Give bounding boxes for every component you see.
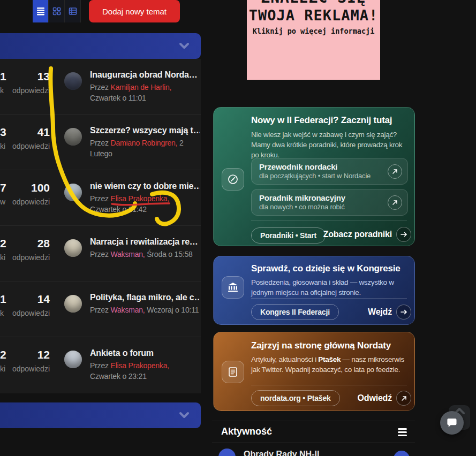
activity-section: Aktywność Obrady Rady NH-II [212, 421, 415, 443]
przez-label: Przez [90, 194, 109, 203]
guide-cta-label[interactable]: Zobacz poradniki [323, 230, 392, 239]
grid-view-icon [52, 7, 61, 16]
topic-author[interactable]: Elisa Prakopenka, [111, 361, 169, 370]
divider [251, 298, 407, 299]
replies-label: odpowiedzi [0, 309, 50, 317]
topic-meta: Przez Elisa Prakopenka, Czwartek o 23:21 [90, 360, 200, 382]
guide-item-title: Poradnik mikronacyjny [259, 193, 400, 202]
nordata-card: Zajrzyj na stronę główną Nordaty Artykuł… [213, 332, 415, 411]
ptasek-label: Ptašek [318, 355, 341, 363]
activity-badge[interactable] [394, 451, 410, 456]
arrow-ne-icon[interactable] [388, 195, 402, 210]
topic-row[interactable]: 2 ki 28 odpowiedzi Narracja i rewitaliza… [0, 226, 201, 282]
forum-page: { "toolbar": { "add_topic_label": "Dodaj… [0, 0, 476, 456]
chevron-down-icon[interactable] [178, 41, 190, 51]
topic-title[interactable]: Ankieta o forum [90, 348, 200, 358]
congress-card: Sprawdź, co dzieje się w Kongresie Posie… [213, 256, 415, 325]
congress-tag-pill[interactable]: Kongres II Federacji [251, 304, 339, 320]
topic-meta: Przez Waksman, Środa o 15:58 [90, 249, 200, 260]
topic-title[interactable]: Narracja i rewitalizacja re… [90, 237, 200, 247]
replies-count: 41 [0, 126, 50, 139]
avatar[interactable] [64, 239, 82, 257]
avatar[interactable] [64, 72, 82, 90]
congress-card-title: Sprawdź, co dzieje się w Kongresie [251, 263, 401, 274]
topic-author[interactable]: Elisa Prakopenka, [111, 194, 169, 203]
topic-date: Czwartek o 21:42 [90, 205, 147, 214]
topic-row[interactable]: 3 ki 41 odpowiedzi Szczerze? wszyscy maj… [0, 115, 201, 170]
arrow-ne-icon[interactable] [396, 391, 411, 406]
compass-icon [222, 168, 244, 191]
replies-count: 13 [0, 70, 50, 83]
news-icon [222, 361, 244, 383]
guide-item-subtitle: dla początkujących • start w Nordacie [259, 172, 400, 180]
topic-meta: Przez Kamiljan de Harlin, Czwartek o 11:… [90, 82, 200, 103]
congress-card-body: Posiedzenia, głosowania i skład — wszyst… [251, 277, 412, 298]
guide-item-mikronacyjny[interactable]: Poradnik mikronacyjny dla nowych • co mo… [251, 189, 408, 216]
topic-row[interactable]: 1 k 14 odpowiedzi Polityka, flaga mikro,… [0, 282, 201, 337]
topic-author[interactable]: Waksman, [111, 250, 145, 259]
topic-author[interactable]: Damiano Robingren, [111, 139, 178, 147]
add-topic-button[interactable]: Dodaj nowy temat [89, 0, 180, 22]
activity-item-title[interactable]: Obrady Rady NH-II [244, 450, 319, 456]
topic-row[interactable]: 7 w 100 odpowiedzi nie wiem czy to dobre… [0, 170, 201, 226]
chat-bubble-icon [446, 417, 458, 428]
topic-author[interactable]: Waksman, [111, 306, 145, 314]
divider [251, 385, 407, 385]
topic-title[interactable]: Inauguracja obrad Norda… [90, 70, 200, 80]
arrow-right-icon[interactable] [396, 227, 411, 242]
topic-row[interactable]: 2 ki 12 odpowiedzi Ankieta o forum Przez… [0, 337, 201, 393]
replies-label: odpowiedzi [0, 197, 50, 206]
arrow-right-icon[interactable] [396, 305, 411, 320]
menu-icon[interactable] [398, 428, 407, 438]
ad-line-clipped: ZNALEŹĆ SIĘ [247, 0, 380, 6]
category-header-bottom[interactable] [0, 402, 201, 428]
guide-card-title: Nowy w II Federacji? Zacznij tutaj [251, 115, 392, 126]
replies-label: odpowiedzi [0, 142, 50, 150]
activity-avatar[interactable] [218, 449, 236, 456]
topic-list: 1 k 13 odpowiedzi Inauguracja obrad Nord… [0, 59, 201, 393]
topic-author[interactable]: Kamiljan de Harlin, [111, 83, 172, 92]
avatar[interactable] [64, 295, 82, 313]
nordata-cta-label[interactable]: Odwiedź [358, 393, 392, 403]
guide-item-title: Przewodnik nordacki [259, 162, 400, 171]
topic-row[interactable]: 1 k 13 odpowiedzi Inauguracja obrad Nord… [0, 59, 201, 115]
congress-cta-label[interactable]: Wejdź [368, 307, 392, 317]
topic-meta: Przez Elisa Prakopenka, Czwartek o 21:42 [90, 193, 200, 215]
guide-item-nordacki[interactable]: Przewodnik nordacki dla początkujących •… [251, 158, 408, 185]
nordata-tag-pill[interactable]: nordata.org • Ptašek [251, 390, 340, 406]
divider [251, 221, 407, 221]
guide-tag-pill[interactable]: Poradniki • Start [251, 227, 326, 244]
grid-view-button[interactable] [49, 0, 65, 22]
replies-count: 12 [0, 348, 50, 361]
guide-item-subtitle: dla nowych • co można robić [259, 203, 400, 211]
przez-label: Przez [90, 83, 109, 92]
topic-date: Środa o 15:58 [147, 250, 192, 259]
replies-label: odpowiedzi [0, 364, 50, 373]
topic-meta: Przez Waksman, Wczoraj o 10:11 [90, 305, 200, 315]
replies-label: odpowiedzi [0, 253, 50, 262]
bank-icon [222, 276, 244, 299]
advertisement-banner[interactable]: ZNALEŹĆ SIĘ TWOJA REKLAMA! Kliknij po wi… [247, 0, 380, 80]
list-view-icon [36, 7, 45, 16]
view-toggle-group [33, 0, 81, 22]
avatar[interactable] [64, 351, 82, 368]
replies-label: odpowiedzi [0, 86, 50, 95]
category-header-top[interactable] [0, 33, 201, 59]
nordata-card-body: Artykuły, aktualności i Ptašek — nasz mi… [251, 354, 412, 375]
table-view-button[interactable] [65, 0, 81, 22]
avatar[interactable] [64, 184, 82, 201]
topic-title[interactable]: Polityka, flaga mikro, ale c… [90, 293, 200, 302]
topic-title[interactable]: nie wiem czy to dobre mie… [90, 181, 200, 191]
avatar[interactable] [64, 128, 82, 146]
chevron-down-icon[interactable] [178, 410, 190, 421]
replies-count: 100 [0, 181, 50, 194]
chat-button[interactable] [440, 411, 464, 435]
guide-card: Nowy w II Federacji? Zacznij tutaj Nie w… [213, 107, 415, 246]
activity-header: Aktywność [212, 421, 415, 443]
topic-date: Wczoraj o 10:11 [147, 306, 199, 314]
topic-title[interactable]: Szczerze? wszyscy mają t… [90, 126, 200, 135]
guide-card-body: Nie wiesz jak wejść w zabawę i czym się … [251, 130, 412, 160]
arrow-ne-icon[interactable] [388, 164, 402, 179]
przez-label: Przez [90, 361, 109, 370]
list-view-button[interactable] [33, 0, 49, 22]
